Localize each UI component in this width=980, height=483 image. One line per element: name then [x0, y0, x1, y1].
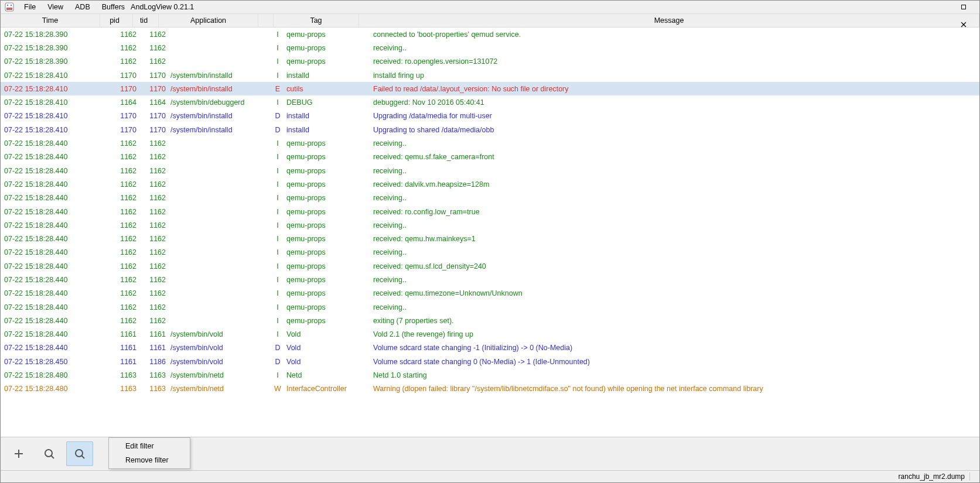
cell-time: 07-22 15:18:28.410	[4, 98, 104, 107]
table-row[interactable]: 07-22 15:18:28.44011621162Iqemu-propsrec…	[1, 164, 979, 177]
table-row[interactable]: 07-22 15:18:28.44011621162Iqemu-propsrec…	[1, 232, 979, 245]
cell-level: I	[270, 98, 285, 107]
cell-msg: connected to 'boot-properties' qemud ser…	[372, 30, 979, 39]
status-separator	[969, 472, 970, 481]
search-button[interactable]	[36, 441, 63, 466]
cell-app: /system/bin/installd	[169, 112, 270, 120]
table-row[interactable]: 07-22 15:18:28.39011621162Iqemu-propscon…	[1, 28, 979, 41]
cell-tag: qemu-props	[285, 276, 372, 284]
cell-tid: 1162	[140, 317, 169, 325]
table-row[interactable]: 07-22 15:18:28.39011621162Iqemu-propsrec…	[1, 41, 979, 54]
table-row[interactable]: 07-22 15:18:28.44011621162Iqemu-propsrec…	[1, 300, 979, 314]
col-pid[interactable]: pid	[100, 14, 133, 27]
app-icon	[4, 2, 15, 12]
cell-level: I	[270, 71, 285, 80]
table-row[interactable]: 07-22 15:18:28.44011611161/system/bin/vo…	[1, 328, 979, 341]
table-row[interactable]: 07-22 15:18:28.44011621162Iqemu-propsrec…	[1, 218, 979, 232]
cell-tid: 1162	[140, 153, 169, 161]
cell-tid: 1162	[140, 30, 169, 39]
cell-time: 07-22 15:18:28.410	[4, 71, 104, 80]
cell-tag: qemu-props	[285, 153, 372, 161]
cell-msg: Upgrading to shared /data/media/obb	[372, 126, 979, 134]
cell-app: /system/bin/installd	[169, 85, 270, 93]
cell-tag: qemu-props	[285, 289, 372, 297]
cell-tid: 1170	[140, 71, 169, 80]
svg-rect-5	[962, 5, 966, 9]
menu-file[interactable]: File	[18, 2, 42, 12]
cell-tag: qemu-props	[285, 303, 372, 311]
cell-time: 07-22 15:18:28.410	[4, 112, 104, 120]
window-close-button[interactable]	[950, 16, 977, 33]
table-row[interactable]: 07-22 15:18:28.41011641164/system/bin/de…	[1, 95, 979, 109]
table-row[interactable]: 07-22 15:18:28.41011701170/system/bin/in…	[1, 123, 979, 136]
table-row[interactable]: 07-22 15:18:28.44011621162Iqemu-propsrec…	[1, 191, 979, 205]
add-filter-button[interactable]	[5, 441, 32, 466]
cell-time: 07-22 15:18:28.440	[4, 180, 104, 189]
filter-button[interactable]	[66, 441, 93, 466]
table-row[interactable]: 07-22 15:18:28.41011701170/system/bin/in…	[1, 68, 979, 82]
cell-time: 07-22 15:18:28.440	[4, 330, 104, 338]
menu-buffers[interactable]: Buffers	[96, 2, 131, 12]
cell-msg: received: qemu.sf.fake_camera=front	[372, 153, 979, 161]
cell-pid: 1163	[104, 385, 140, 393]
cell-pid: 1162	[104, 276, 140, 284]
table-row[interactable]: 07-22 15:18:28.41011701170/system/bin/in…	[1, 109, 979, 123]
table-row[interactable]: 07-22 15:18:28.44011621162Iqemu-propsrec…	[1, 259, 979, 273]
cell-msg: debuggerd: Nov 10 2016 05:40:41	[372, 98, 979, 107]
col-tid[interactable]: tid	[133, 14, 159, 27]
col-tag[interactable]: Tag	[274, 14, 359, 27]
cell-pid: 1162	[104, 57, 140, 66]
table-row[interactable]: 07-22 15:18:28.44011611161/system/bin/vo…	[1, 341, 979, 355]
cell-tid: 1162	[140, 221, 169, 229]
col-msg[interactable]: Message	[359, 14, 979, 27]
cell-app: /system/bin/installd	[169, 126, 270, 134]
cell-level: D	[270, 358, 285, 366]
table-row[interactable]: 07-22 15:18:28.48011631163/system/bin/ne…	[1, 368, 979, 382]
cell-pid: 1163	[104, 371, 140, 379]
cell-tid: 1162	[140, 276, 169, 284]
cell-tag: Vold	[285, 330, 372, 338]
cell-tag: qemu-props	[285, 180, 372, 189]
table-row[interactable]: 07-22 15:18:28.44011621162Iqemu-propsrec…	[1, 273, 979, 286]
cell-pid: 1162	[104, 167, 140, 175]
table-row[interactable]: 07-22 15:18:28.44011621162Iqemu-propsrec…	[1, 205, 979, 218]
col-app[interactable]: Application	[159, 14, 258, 27]
status-bar: ranchu_jb_mr2.dump	[1, 470, 979, 482]
cell-tag: qemu-props	[285, 262, 372, 270]
table-row[interactable]: 07-22 15:18:28.45011611186/system/bin/vo…	[1, 355, 979, 368]
cell-time: 07-22 15:18:28.480	[4, 385, 104, 393]
cell-time: 07-22 15:18:28.440	[4, 276, 104, 284]
table-row[interactable]: 07-22 15:18:28.44011621162Iqemu-propsrec…	[1, 287, 979, 300]
menu-adb[interactable]: ADB	[69, 2, 96, 12]
table-row[interactable]: 07-22 15:18:28.44011621162Iqemu-propsrec…	[1, 246, 979, 259]
col-time[interactable]: Time	[1, 14, 100, 27]
cell-pid: 1161	[104, 344, 140, 352]
log-table-body[interactable]: 07-22 15:18:28.39011621162Iqemu-propscon…	[1, 28, 979, 437]
cell-time: 07-22 15:18:28.390	[4, 57, 104, 66]
cell-msg: received: dalvik.vm.heapsize=128m	[372, 180, 979, 189]
cell-msg: Netd 1.0 starting	[372, 371, 979, 379]
table-row[interactable]: 07-22 15:18:28.44011621162Iqemu-propsrec…	[1, 150, 979, 164]
cell-time: 07-22 15:18:28.440	[4, 344, 104, 352]
table-row[interactable]: 07-22 15:18:28.48011631163/system/bin/ne…	[1, 382, 979, 396]
ctx-edit-filter[interactable]: Edit filter	[110, 439, 189, 453]
table-row[interactable]: 07-22 15:18:28.44011621162Iqemu-propsexi…	[1, 314, 979, 327]
window-maximize-button[interactable]	[950, 0, 977, 16]
cell-msg: receiving..	[372, 248, 979, 256]
cell-tid: 1161	[140, 330, 169, 338]
cell-tid: 1162	[140, 289, 169, 297]
col-level[interactable]	[258, 14, 274, 27]
cell-tag: qemu-props	[285, 235, 372, 243]
table-row[interactable]: 07-22 15:18:28.41011701170/system/bin/in…	[1, 82, 979, 95]
cell-tag: Netd	[285, 371, 372, 379]
svg-point-2	[7, 5, 8, 6]
table-row[interactable]: 07-22 15:18:28.44011621162Iqemu-propsrec…	[1, 177, 979, 191]
cell-time: 07-22 15:18:28.450	[4, 358, 104, 366]
table-row[interactable]: 07-22 15:18:28.44011621162Iqemu-propsrec…	[1, 136, 979, 150]
ctx-remove-filter[interactable]: Remove filter	[110, 453, 189, 467]
menu-view[interactable]: View	[42, 2, 69, 12]
window-title: AndLogView 0.21.1	[131, 3, 194, 11]
table-row[interactable]: 07-22 15:18:28.39011621162Iqemu-propsrec…	[1, 55, 979, 68]
svg-point-10	[45, 450, 52, 457]
cell-level: I	[270, 289, 285, 297]
